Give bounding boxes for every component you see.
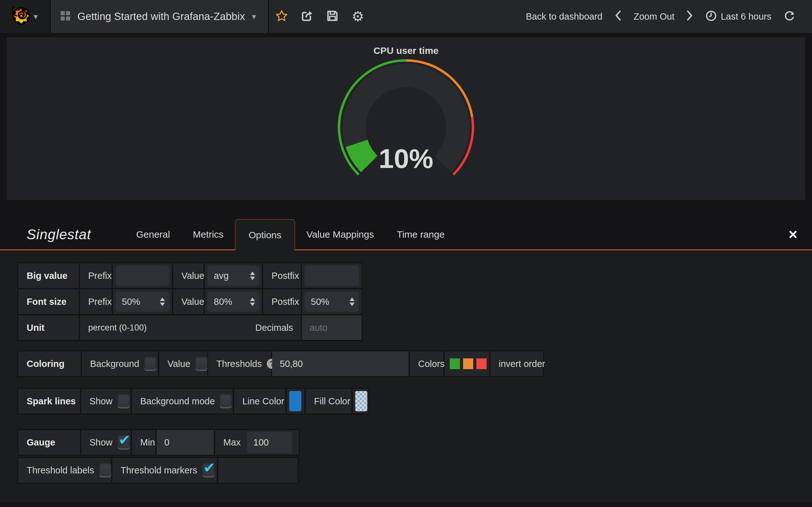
spark-line-color-swatch[interactable]: [289, 391, 301, 411]
spark-lines-table: Spark lines Show Background mode Line Co…: [17, 388, 369, 414]
thresholds-label: Thresholds: [216, 359, 262, 369]
gauge-chart: 10%: [317, 57, 495, 190]
gauge-min-input[interactable]: [157, 430, 214, 455]
unit-select-link[interactable]: percent (0-100): [88, 323, 147, 333]
gauge-threshold-table: Threshold labels Threshold markers: [17, 457, 299, 484]
grafana-logo-icon: [12, 7, 31, 26]
gauge-min-label: Min: [132, 430, 155, 455]
navbar-right-controls: Back to dashboard Zoom Out Last 6 hours: [526, 0, 812, 33]
font-size-postfix-select[interactable]: 50%: [305, 291, 359, 312]
time-range-label: Last 6 hours: [721, 11, 771, 22]
gauge-value-label: 10%: [379, 143, 433, 174]
tab-value-mappings[interactable]: Value Mappings: [295, 219, 386, 249]
decimals-input[interactable]: [302, 315, 362, 340]
threshold-labels-checkbox[interactable]: [99, 463, 111, 477]
time-range-picker[interactable]: Last 6 hours: [705, 10, 771, 23]
spark-background-mode-checkbox[interactable]: [220, 394, 232, 408]
top-navbar: ▾ Getting Started with Grafana-Zabbix ▾: [0, 0, 812, 33]
font-size-prefix-selected: 50%: [122, 297, 140, 307]
star-icon: [275, 9, 288, 24]
clock-icon: [705, 10, 717, 23]
gauge-row-label: Gauge: [18, 430, 80, 455]
save-button[interactable]: [320, 0, 345, 33]
coloring-value-checkbox[interactable]: [195, 356, 207, 371]
big-value-stat-selected: avg: [214, 271, 229, 281]
spark-show-label: Show: [90, 396, 113, 406]
time-shift-back-button[interactable]: [614, 10, 621, 23]
big-value-postfix-input[interactable]: [305, 266, 359, 286]
refresh-button[interactable]: [783, 10, 796, 23]
dashboard-title: Getting Started with Grafana-Zabbix: [78, 10, 245, 22]
coloring-row-label: Coloring: [18, 351, 81, 376]
big-value-value-label: Value: [173, 263, 204, 288]
font-size-row-label: Font size: [18, 289, 79, 314]
tab-options[interactable]: Options: [235, 219, 295, 250]
dashboard-title-button[interactable]: Getting Started with Grafana-Zabbix ▾: [51, 0, 269, 33]
tab-general[interactable]: General: [125, 219, 182, 249]
gauge-max-input[interactable]: [247, 432, 292, 453]
panel-editor: Singlestat General Metrics Options Value…: [0, 219, 812, 502]
star-button[interactable]: [269, 0, 294, 33]
dashboard-panel: CPU user time 10%: [7, 38, 805, 200]
decimals-label: Decimals: [255, 323, 293, 333]
save-icon: [326, 9, 339, 24]
threshold-color-green-swatch[interactable]: [450, 358, 460, 369]
gauge-show-checkbox[interactable]: [118, 435, 130, 450]
spark-background-mode-label: Background mode: [140, 396, 215, 406]
coloring-table: Coloring Background Value Thresholds ? C…: [17, 350, 544, 377]
tab-time-range[interactable]: Time range: [386, 219, 456, 249]
dashboard-title-caret-icon: ▾: [252, 12, 256, 21]
tab-metrics[interactable]: Metrics: [182, 219, 235, 249]
coloring-value-label: Value: [167, 359, 190, 369]
big-value-postfix-label: Postfix: [263, 263, 301, 288]
grafana-menu-caret-icon: ▾: [34, 12, 38, 21]
editor-panel-type-title: Singlestat: [0, 227, 91, 242]
spark-fill-color-swatch[interactable]: [355, 391, 367, 411]
gauge-max-label: Max: [223, 437, 241, 448]
value-options-table: Big value Prefix Value avg Postfix Font …: [17, 262, 362, 341]
coloring-background-checkbox[interactable]: [144, 356, 156, 371]
gauge-options-table: Gauge Show Min Max: [17, 429, 300, 456]
editor-tabs-bar: Singlestat General Metrics Options Value…: [0, 219, 812, 250]
font-size-prefix-select[interactable]: 50%: [115, 291, 169, 312]
time-shift-forward-button[interactable]: [687, 10, 693, 23]
select-stepper-icon: [350, 297, 355, 306]
grafana-menu-button[interactable]: ▾: [0, 0, 51, 33]
threshold-color-orange-swatch[interactable]: [463, 358, 473, 369]
zoom-out-button[interactable]: Zoom Out: [633, 11, 674, 22]
panel-title[interactable]: CPU user time: [7, 38, 805, 56]
font-size-prefix-label: Prefix: [80, 289, 112, 314]
select-stepper-icon: [160, 297, 165, 306]
font-size-postfix-label: Postfix: [263, 289, 301, 314]
select-stepper-icon: [250, 272, 255, 280]
editor-close-icon[interactable]: ×: [789, 227, 798, 242]
big-value-stat-select[interactable]: avg: [207, 266, 259, 286]
spark-show-checkbox[interactable]: [118, 394, 130, 408]
threshold-color-red-swatch[interactable]: [476, 358, 487, 369]
select-stepper-icon: [250, 297, 255, 306]
font-size-postfix-selected: 50%: [311, 297, 329, 307]
share-button[interactable]: [294, 0, 320, 33]
big-value-row-label: Big value: [18, 263, 79, 288]
share-icon: [300, 9, 314, 24]
big-value-prefix-label: Prefix: [80, 263, 112, 288]
options-form: Big value Prefix Value avg Postfix Font …: [0, 250, 812, 502]
threshold-markers-label: Threshold markers: [120, 465, 197, 475]
threshold-labels-label: Threshold labels: [27, 465, 94, 475]
thresholds-input[interactable]: [272, 351, 409, 376]
spark-fill-color-label: Fill Color: [306, 389, 351, 413]
invert-order-link[interactable]: invert order: [490, 351, 543, 376]
back-to-dashboard-button[interactable]: Back to dashboard: [526, 11, 603, 22]
unit-row-label: Unit: [18, 315, 79, 340]
gear-icon: ⚙: [352, 9, 364, 23]
settings-button[interactable]: ⚙: [345, 0, 370, 33]
threshold-markers-checkbox[interactable]: [202, 463, 214, 477]
spark-lines-row-label: Spark lines: [18, 389, 80, 413]
dashboard-grid-icon: [60, 11, 70, 22]
font-size-value-selected: 80%: [214, 297, 232, 307]
spark-line-color-label: Line Color: [234, 389, 286, 413]
colors-label: Colors: [410, 351, 444, 376]
big-value-prefix-input[interactable]: [115, 266, 169, 286]
font-size-value-select[interactable]: 80%: [207, 291, 259, 312]
coloring-background-label: Background: [90, 359, 139, 369]
